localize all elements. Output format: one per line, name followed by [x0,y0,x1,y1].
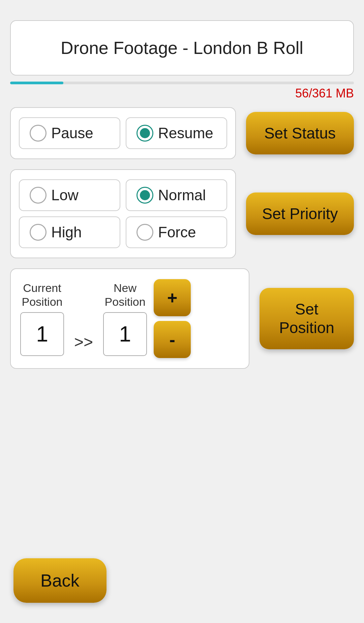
priority-low-option[interactable]: Low [19,179,120,211]
priority-high-label: High [51,224,82,241]
priority-low-radio[interactable] [30,187,47,204]
status-radio-group: Pause Resume [10,107,236,159]
priority-force-label: Force [158,224,196,241]
set-status-button[interactable]: Set Status [246,112,354,154]
priority-high-option[interactable]: High [19,216,120,248]
title-box: Drone Footage - London B Roll [10,20,354,76]
status-pause-option[interactable]: Pause [19,117,120,149]
priority-force-radio[interactable] [136,224,153,241]
current-position-col: CurrentPosition 1 [20,281,64,356]
set-position-button[interactable]: SetPosition [260,288,354,349]
page-title: Drone Footage - London B Roll [61,38,303,58]
status-resume-label: Resume [158,125,213,142]
progress-label: 56/361 MB [10,86,354,100]
bottom-area: Back [10,389,354,603]
current-position-label: CurrentPosition [22,281,63,309]
status-resume-option[interactable]: Resume [126,117,227,149]
increment-button[interactable]: + [154,279,191,316]
priority-normal-label: Normal [158,187,206,204]
progress-bar-track [10,82,354,84]
set-priority-button[interactable]: Set Priority [246,192,354,235]
priority-normal-option[interactable]: Normal [126,179,227,211]
progress-bar-fill [10,82,63,84]
priority-radio-group: Low Normal High Force [10,169,236,258]
position-section: CurrentPosition 1 >> NewPosition 1 + - S… [10,268,354,369]
back-button[interactable]: Back [13,558,107,603]
status-pause-radio[interactable] [30,125,47,142]
priority-high-radio[interactable] [30,224,47,241]
status-pause-label: Pause [51,125,93,142]
new-position-label: NewPosition [105,281,146,309]
priority-force-option[interactable]: Force [126,216,227,248]
progress-bar-container: 56/361 MB [10,82,354,100]
current-position-value: 1 [20,312,64,356]
priority-section: Low Normal High Force Set Priority [10,169,354,258]
arrow-separator: >> [74,333,93,358]
priority-low-label: Low [51,187,79,204]
status-resume-radio[interactable] [136,125,153,142]
priority-normal-radio[interactable] [136,187,153,204]
stepper-col: + - [154,279,191,358]
decrement-button[interactable]: - [154,321,191,358]
status-section: Pause Resume Set Status [10,107,354,159]
new-position-value: 1 [103,312,147,356]
new-position-col: NewPosition 1 [103,281,147,356]
position-box: CurrentPosition 1 >> NewPosition 1 + - [10,268,249,369]
